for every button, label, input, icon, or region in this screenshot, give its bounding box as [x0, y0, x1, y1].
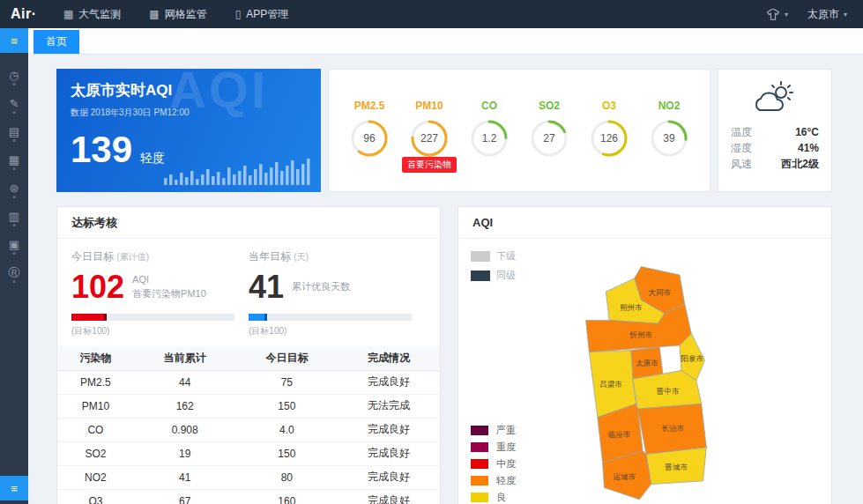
registered-icon: Ⓡ — [9, 267, 20, 278]
sidebar-item-clipboard[interactable]: ▣ ▾ — [0, 233, 28, 261]
level-legend: 下级 同级 — [471, 249, 516, 288]
today-target-block: 今日目标 (累计值) 102 AQI首要污染物PM10 (目标100) — [71, 249, 249, 337]
weather-card: 温度 16°C 湿度 41% 风速 西北2级 — [718, 69, 832, 192]
chevron-down-icon: ▾ — [12, 82, 16, 86]
theme-dropdown[interactable]: ▾ — [766, 9, 788, 20]
table-cell: 完成良好 — [338, 418, 440, 441]
sidebar-item-trademark[interactable]: Ⓡ ▾ — [0, 261, 28, 289]
tab-bar: 首页 — [28, 28, 863, 55]
col-header: 今日目标 — [236, 346, 339, 370]
theme-shirt-icon — [766, 9, 780, 20]
city-name: 太原市 — [807, 7, 839, 22]
cloud-sun-icon — [749, 80, 800, 115]
menu-app-management[interactable]: ▯ APP管理 — [221, 0, 303, 28]
table-cell: 41 — [134, 465, 236, 489]
chevron-down-icon: ▾ — [12, 223, 16, 227]
map-city-label: 忻州市 — [629, 330, 652, 339]
chevron-down-icon: ▾ — [12, 195, 16, 199]
clipboard-icon: ▣ — [9, 239, 19, 250]
weather-label: 湿度 — [731, 140, 752, 156]
table-cell: 160 — [236, 489, 339, 504]
today-target-desc: AQI首要污染物PM10 — [132, 273, 206, 301]
top-menu: ▦ 大气监测 ▩ 网格监管 ▯ APP管理 — [49, 0, 302, 28]
city-dropdown[interactable]: 太原市 ▾ — [807, 7, 847, 22]
legend-label: 严重 — [496, 424, 516, 437]
sidebar-collapse-toggle[interactable]: ≡ — [0, 476, 28, 500]
table-cell: 完成良好 — [338, 370, 440, 394]
tab-home[interactable]: 首页 — [33, 30, 79, 54]
grid-icon: ▩ — [149, 8, 159, 20]
legend-item: 轻度 — [471, 472, 516, 489]
pollutant-value: 1.2 — [469, 118, 510, 159]
table-header-row: 污染物 当前累计 今日目标 完成情况 — [57, 346, 440, 370]
table-cell: CO — [57, 418, 134, 441]
chart-icon: ▦ — [9, 154, 19, 166]
chevron-down-icon: ▾ — [12, 138, 16, 143]
pollutant-value: 27 — [529, 118, 569, 159]
table-cell: 19 — [134, 441, 236, 465]
legend-label: 重度 — [496, 441, 516, 454]
aqi-map-card: AQI 下级 同级 — [458, 206, 832, 504]
bar-chart-icon: ▦ — [63, 8, 73, 20]
map-city-label: 大同市 — [648, 288, 671, 297]
weather-value: 41% — [798, 140, 819, 156]
chevron-down-icon: ▾ — [12, 167, 16, 171]
table-cell: PM2.5 — [57, 370, 134, 394]
table-cell: PM10 — [57, 394, 134, 418]
hamburger-icon: ≡ — [11, 483, 18, 494]
sidebar-item-stats[interactable]: ▥ ▾ — [0, 204, 28, 233]
legend-swatch — [471, 251, 490, 262]
sidebar-item-share[interactable]: ⊚ ▾ — [0, 176, 28, 204]
menu-air-monitoring[interactable]: ▦ 大气监测 — [49, 0, 135, 28]
pollutant-name: PM2.5 — [349, 100, 390, 112]
table-cell: 80 — [236, 465, 339, 489]
table-cell: 150 — [236, 441, 339, 465]
stat-suffix: (天) — [294, 252, 309, 262]
table-cell: 完成良好 — [338, 465, 440, 489]
today-progress-bar — [71, 314, 234, 321]
weather-row-wind: 风速 西北2级 — [731, 156, 819, 172]
map-city-label: 长治市 — [661, 424, 684, 433]
stats-icon: ▥ — [9, 211, 19, 222]
table-cell: O3 — [57, 489, 134, 504]
sidebar-item-monitor[interactable]: ◷ ▾ — [0, 63, 28, 92]
realtime-aqi-card: AQI 太原市实时AQI 数据 2018年3月30日 PM12:00 139 轻… — [56, 69, 321, 192]
aqi-value: 139 — [71, 131, 132, 168]
share-icon: ⊚ — [10, 182, 19, 194]
primary-pollutant-badge: 首要污染物 — [402, 157, 457, 173]
stat-label: 今日目标 — [71, 250, 114, 263]
table-row: PM2.54475完成良好 — [57, 370, 440, 394]
stat-suffix: (累计值) — [116, 252, 149, 262]
weather-row-temp: 温度 16°C — [731, 124, 819, 140]
shanxi-province-map[interactable]: 大同市 朔州市 忻州市 阳泉市 太原市 吕梁市 晋中市 临汾市 长治市 晋城市 … — [531, 260, 760, 504]
gauge-no2: NO2 39 — [649, 100, 689, 162]
aqi-card-title: 太原市实时AQI — [71, 80, 307, 100]
legend-label: 下级 — [496, 249, 516, 263]
sidebar-menu-toggle[interactable]: ≡ — [0, 28, 28, 53]
table-row: PM10162150无法完成 — [57, 394, 440, 418]
chevron-down-icon: ▾ — [12, 251, 16, 256]
pollutant-name: PM10 — [409, 100, 450, 112]
sidebar-item-edit[interactable]: ✎ ▾ — [0, 92, 28, 120]
content: AQI 太原市实时AQI 数据 2018年3月30日 PM12:00 139 轻… — [28, 55, 863, 504]
legend-label: 轻度 — [496, 474, 516, 487]
document-icon: ▤ — [9, 126, 19, 137]
pollutant-name: SO2 — [529, 100, 569, 112]
year-target-note: (目标100) — [249, 325, 426, 337]
card-title: 达标考核 — [57, 207, 440, 239]
col-header: 污染物 — [57, 346, 134, 370]
table-row: O367160完成良好 — [57, 489, 440, 504]
aqi-card-subtitle: 数据 2018年3月30日 PM12:00 — [71, 107, 307, 119]
gauge-so2: SO2 27 — [529, 100, 569, 162]
app-logo[interactable]: Air· — [0, 6, 49, 22]
assessment-card: 达标考核 今日目标 (累计值) 102 AQI首要污染物PM10 (目标100) — [56, 206, 441, 504]
sidebar-item-chart[interactable]: ▦ ▾ — [0, 148, 28, 176]
legend-item: 同级 — [471, 269, 516, 282]
legend-swatch — [471, 442, 488, 452]
gauge-co: CO 1.2 — [469, 100, 510, 162]
sidebar-item-document[interactable]: ▤ ▾ — [0, 120, 28, 148]
table-cell: 完成良好 — [338, 489, 440, 504]
year-target-block: 当年目标 (天) 41 累计优良天数 (目标100) — [249, 249, 426, 337]
menu-grid-supervision[interactable]: ▩ 网格监管 — [135, 0, 220, 28]
year-target-desc: 累计优良天数 — [292, 280, 350, 294]
